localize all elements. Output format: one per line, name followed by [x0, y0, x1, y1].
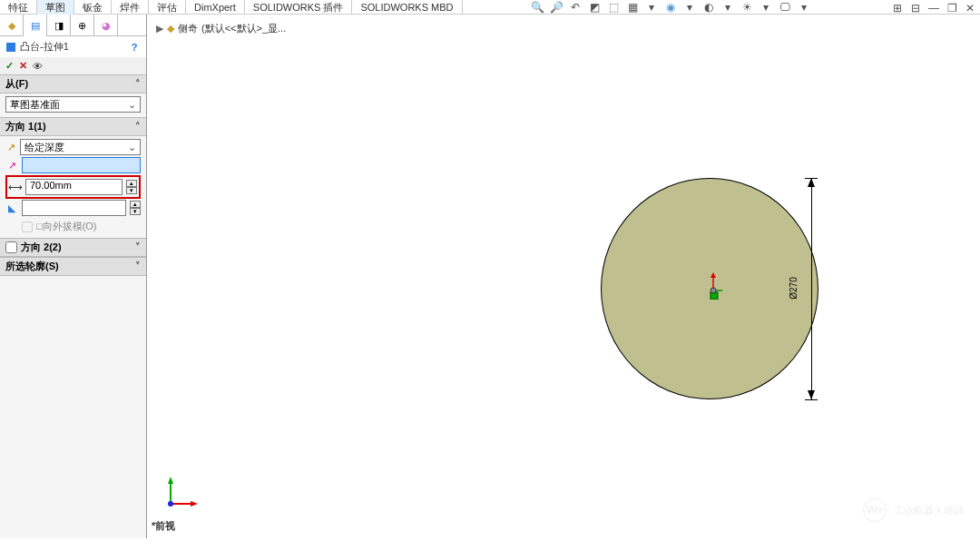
maximize-icon[interactable]: ❐ [946, 2, 958, 15]
pm-tab-dimxpert-manager[interactable]: ⊕ [71, 15, 94, 36]
graphics-viewport[interactable]: ▶ ◆ 侧奇 (默认<<默认>_显... Ø270 [147, 15, 980, 538]
dir2-enable-checkbox[interactable] [5, 241, 17, 253]
svg-point-6 [710, 288, 716, 293]
view-triad[interactable] [163, 475, 200, 511]
draft-outward-check[interactable]: □向外拔模(O) [5, 218, 141, 235]
dimension-arrow-top [806, 178, 817, 189]
zoom-area-icon[interactable]: 🔎 [549, 1, 564, 14]
tab-weldments[interactable]: 焊件 [112, 0, 149, 15]
expand-icon: ˅ [135, 241, 141, 253]
draft-outward-label: □向外拔模(O) [36, 220, 97, 233]
zoom-fit-icon[interactable]: 🔍 [530, 1, 544, 14]
from-value: 草图基准面 [10, 98, 128, 112]
end-condition-combo[interactable]: 给定深度 ⌄ [20, 139, 141, 155]
section-contours-label: 所选轮廓(S) [5, 260, 59, 273]
tab-evaluate[interactable]: 评估 [149, 0, 186, 15]
dimension-arrow-bottom [806, 389, 817, 399]
section-from-head[interactable]: 从(F) ˄ [0, 74, 146, 93]
part-name: 侧奇 [178, 22, 198, 35]
hide-show-icon[interactable]: ◉ [663, 1, 678, 14]
pm-tab-config-manager[interactable]: ◨ [47, 15, 71, 36]
draft-outward-checkbox [22, 221, 33, 232]
dropdown-icon[interactable]: ▾ [720, 1, 735, 14]
dropdown-icon[interactable]: ▾ [797, 1, 811, 14]
depth-row-highlight: ⟷ 70.00mm ▴▾ [5, 175, 141, 199]
section-dir2-head[interactable]: 方向 2(2) ˅ [0, 238, 146, 257]
tab-sketch[interactable]: 草图 [37, 0, 74, 15]
dimension-witness-bottom [805, 399, 818, 400]
view-toolbar: 🔍 🔎 ↶ ◩ ⬚ ▦ ▾ ◉ ▾ ◐ ▾ ☀ ▾ 🖵 ▾ [530, 1, 811, 14]
svg-marker-3 [710, 272, 716, 278]
dropdown-icon[interactable]: ▾ [759, 1, 773, 14]
collapse-icon: ˄ [135, 121, 141, 133]
pm-tab-feature-tree[interactable]: ◆ [0, 15, 24, 36]
draft-icon[interactable]: ◣ [5, 202, 18, 214]
detailed-preview-icon[interactable]: 👁 [33, 61, 43, 72]
section-from-label: 从(F) [5, 77, 28, 91]
svg-marker-1 [808, 390, 815, 399]
section-dir1-label: 方向 1(1) [5, 120, 46, 133]
feature-title-bar: 凸台-拉伸1 ? [0, 36, 146, 57]
previous-view-icon[interactable]: ↶ [568, 1, 583, 14]
window-controls: ⊞ ⊟ — ❐ ✕ [891, 2, 976, 15]
chevron-down-icon: ⌄ [128, 99, 136, 111]
dimension-text[interactable]: Ø270 [789, 277, 799, 299]
edit-appearance-icon[interactable]: ◐ [701, 1, 716, 14]
tab-sheetmetal[interactable]: 钣金 [74, 0, 112, 15]
svg-point-11 [168, 501, 173, 507]
expand-tree-icon[interactable]: ▶ [156, 23, 163, 34]
dropdown-icon[interactable]: ▾ [644, 1, 659, 14]
section-contours-head[interactable]: 所选轮廓(S) ˅ [0, 257, 146, 276]
chevron-down-icon: ⌄ [128, 142, 136, 153]
section-view-icon[interactable]: ◩ [587, 1, 602, 14]
watermark: We 工业机器人培训 [863, 498, 964, 522]
cancel-button[interactable]: ✕ [19, 60, 27, 72]
ribbon-tabs: 特征 草图 钣金 焊件 评估 DimXpert SOLIDWORKS 插件 SO… [0, 0, 980, 15]
pm-tab-property-manager[interactable]: ▤ [24, 15, 47, 36]
dimension-extension-line [811, 178, 812, 399]
pm-confirm-row: ✓ ✕ 👁 [0, 57, 146, 74]
tab-sw-addins[interactable]: SOLIDWORKS 插件 [245, 0, 353, 15]
depth-icon: ⟷ [9, 181, 22, 193]
flyout-feature-tree[interactable]: ▶ ◆ 侧奇 (默认<<默认>_显... [156, 22, 286, 35]
view-orientation-icon[interactable]: ⬚ [606, 1, 621, 14]
tab-sw-mbd[interactable]: SOLIDWORKS MBD [352, 0, 462, 15]
span-window-icon[interactable]: ⊞ [891, 2, 904, 15]
pm-tab-display-manager[interactable]: ◕ [94, 15, 118, 36]
direction-reference-field[interactable] [22, 157, 141, 173]
minimize-icon[interactable]: — [927, 2, 940, 15]
expand-icon: ˅ [135, 261, 141, 272]
help-icon[interactable]: ? [128, 41, 141, 54]
apply-scene-icon[interactable]: ☀ [740, 1, 754, 14]
part-icon: ◆ [167, 23, 174, 34]
extrude-icon [5, 42, 16, 53]
view-settings-icon[interactable]: 🖵 [778, 1, 792, 14]
collapse-icon: ˄ [135, 78, 141, 90]
depth-spinner[interactable]: ▴▾ [126, 180, 137, 194]
view-orientation-status: *前视 [152, 519, 175, 533]
svg-marker-0 [808, 178, 815, 187]
sketch-origin[interactable] [704, 272, 722, 301]
svg-marker-10 [191, 501, 198, 507]
svg-marker-8 [168, 477, 173, 484]
close-icon[interactable]: ✕ [964, 2, 976, 15]
watermark-text: 工业机器人培训 [894, 504, 964, 517]
section-dir2-label: 方向 2(2) [21, 241, 62, 254]
tab-features[interactable]: 特征 [0, 0, 37, 15]
restore-window-icon[interactable]: ⊟ [909, 2, 922, 15]
reverse-direction-icon[interactable]: ↗ [5, 141, 16, 153]
section-dir1-head[interactable]: 方向 1(1) ˄ [0, 117, 146, 136]
tab-dimxpert[interactable]: DimXpert [186, 0, 245, 15]
feature-manager-tabs: ◆ ▤ ◨ ⊕ ◕ [0, 15, 146, 36]
feature-title: 凸台-拉伸1 [20, 40, 69, 54]
ok-button[interactable]: ✓ [5, 60, 14, 72]
end-condition-value: 给定深度 [24, 141, 128, 154]
direction-vector-icon[interactable]: ↗ [5, 159, 18, 172]
part-config: (默认<<默认>_显... [201, 22, 286, 35]
from-start-condition-combo[interactable]: 草图基准面 ⌄ [5, 96, 141, 113]
draft-spinner[interactable]: ▴▾ [130, 201, 141, 215]
display-style-icon[interactable]: ▦ [625, 1, 640, 14]
dropdown-icon[interactable]: ▾ [682, 1, 697, 14]
draft-angle-field[interactable] [22, 200, 126, 216]
depth-input[interactable]: 70.00mm [25, 179, 122, 195]
